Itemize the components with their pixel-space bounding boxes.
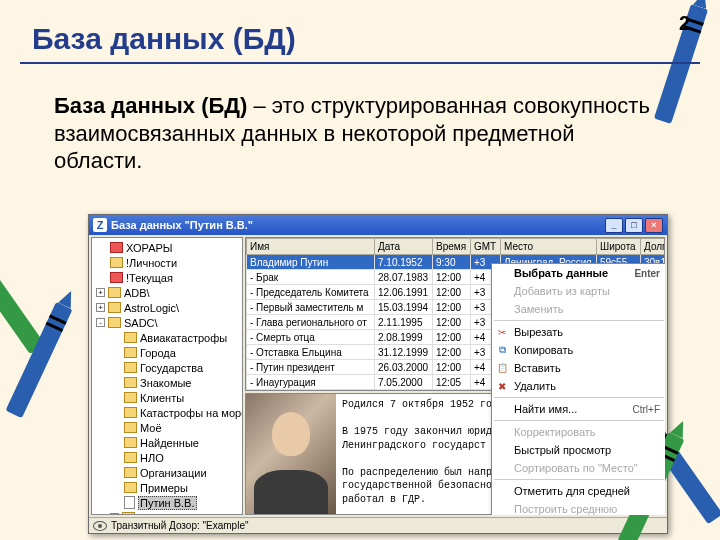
table-cell: 12:00 bbox=[433, 285, 471, 300]
folder-icon bbox=[108, 287, 121, 298]
app-window: Z База данных "Путин В.В." _ □ × ХОРАРЫ!… bbox=[88, 214, 668, 534]
table-cell: 7.10.1952 bbox=[375, 255, 433, 270]
tree-item[interactable]: -SADC\ bbox=[92, 315, 242, 330]
menu-item: Сортировать по "Место" bbox=[492, 459, 665, 477]
expand-toggle[interactable]: + bbox=[110, 513, 119, 515]
tree-item[interactable]: НЛО bbox=[92, 450, 242, 465]
tree-item[interactable]: +AstroLogic\ bbox=[92, 300, 242, 315]
tree-item[interactable]: Авиакатастрофы bbox=[92, 330, 242, 345]
expand-toggle[interactable]: - bbox=[96, 318, 105, 327]
tree-item[interactable]: Клиенты bbox=[92, 390, 242, 405]
menu-item[interactable]: Вставить bbox=[492, 359, 665, 377]
table-cell: - Брак bbox=[247, 270, 375, 285]
folder-icon bbox=[124, 437, 137, 448]
biography-text: Родился 7 октября 1952 го В 1975 году за… bbox=[336, 394, 498, 514]
menu-item[interactable]: Выбрать данныеEnter bbox=[492, 264, 665, 282]
tree-item[interactable]: Катастрофы на море bbox=[92, 405, 242, 420]
tree-view[interactable]: ХОРАРЫ!Личности!Текущая+ADB\+AstroLogic\… bbox=[91, 237, 243, 515]
close-button[interactable]: × bbox=[645, 218, 663, 233]
tree-item[interactable]: Моё bbox=[92, 420, 242, 435]
menu-shortcut: Ctrl+F bbox=[633, 404, 661, 415]
menu-item[interactable]: Вырезать bbox=[492, 323, 665, 341]
column-header[interactable]: Дата bbox=[375, 239, 433, 255]
tree-item-label: Знакомые bbox=[140, 377, 191, 389]
menu-item[interactable]: Найти имя...Ctrl+F bbox=[492, 400, 665, 418]
folder-icon bbox=[124, 452, 137, 463]
menu-item: Заменить bbox=[492, 300, 665, 318]
column-header[interactable]: Имя bbox=[247, 239, 375, 255]
menu-item: Корректировать bbox=[492, 423, 665, 441]
folder-icon bbox=[124, 422, 137, 433]
tree-item[interactable]: Примеры bbox=[92, 480, 242, 495]
folder-icon bbox=[124, 332, 137, 343]
tree-item[interactable]: !Текущая bbox=[92, 270, 242, 285]
tree-item-label: !Личности bbox=[126, 257, 177, 269]
document-icon bbox=[124, 496, 135, 509]
tree-item[interactable]: Найденные bbox=[92, 435, 242, 450]
tree-item[interactable]: +ADB\ bbox=[92, 285, 242, 300]
page-number: 2 bbox=[679, 12, 690, 35]
menu-item[interactable]: Удалить bbox=[492, 377, 665, 395]
folder-icon bbox=[110, 257, 123, 268]
tree-item-label: SADC\ bbox=[124, 317, 158, 329]
table-cell: 12:00 bbox=[433, 330, 471, 345]
menu-item[interactable]: Отметить для средней bbox=[492, 482, 665, 500]
table-cell: - Отставка Ельцина bbox=[247, 345, 375, 360]
slide-title: База данных (БД) bbox=[32, 22, 296, 56]
tree-item-label: НЛО bbox=[140, 452, 164, 464]
folder-icon bbox=[124, 362, 137, 373]
table-cell: 2.08.1999 bbox=[375, 330, 433, 345]
eye-icon bbox=[93, 521, 107, 531]
tree-item-label: Путин В.В. bbox=[138, 496, 197, 510]
menu-item-label: Найти имя... bbox=[514, 403, 577, 415]
status-text: Транзитный Дозор: "Example" bbox=[111, 520, 249, 531]
minimize-button[interactable]: _ bbox=[605, 218, 623, 233]
app-icon: Z bbox=[93, 218, 107, 232]
tree-item-label: Примеры bbox=[140, 482, 188, 494]
context-menu[interactable]: Выбрать данныеEnterДобавить из картыЗаме… bbox=[491, 263, 665, 515]
column-header[interactable]: GMT bbox=[471, 239, 501, 255]
menu-item-label: Вырезать bbox=[514, 326, 563, 338]
folder-icon bbox=[108, 317, 121, 328]
expand-toggle[interactable]: + bbox=[96, 288, 105, 297]
tree-item[interactable]: Путин В.В. bbox=[92, 495, 242, 510]
table-cell: 12.06.1991 bbox=[375, 285, 433, 300]
tree-item[interactable]: Города bbox=[92, 345, 242, 360]
table-cell: - Путин президент bbox=[247, 360, 375, 375]
tree-item-label: Найденные bbox=[140, 437, 199, 449]
menu-item: Построить среднюю bbox=[492, 500, 665, 515]
column-header[interactable]: Время bbox=[433, 239, 471, 255]
column-header[interactable]: Место bbox=[501, 239, 597, 255]
window-title: База данных "Путин В.В." bbox=[111, 219, 253, 231]
table-cell: 12:00 bbox=[433, 270, 471, 285]
tree-item[interactable]: Государства bbox=[92, 360, 242, 375]
tree-item-label: Города bbox=[140, 347, 176, 359]
folder-icon bbox=[124, 467, 137, 478]
menu-item-label: Выбрать данные bbox=[514, 267, 608, 279]
menu-item-label: Копировать bbox=[514, 344, 573, 356]
table-cell: 12:00 bbox=[433, 300, 471, 315]
tree-item[interactable]: Знакомые bbox=[92, 375, 242, 390]
paste-icon bbox=[495, 361, 509, 375]
menu-item-label: Добавить из карты bbox=[514, 285, 610, 297]
maximize-button[interactable]: □ bbox=[625, 218, 643, 233]
column-header[interactable]: Широта bbox=[597, 239, 641, 255]
column-header[interactable]: Долгота bbox=[641, 239, 666, 255]
expand-toggle[interactable]: + bbox=[96, 303, 105, 312]
tree-item[interactable]: +Разное\ bbox=[92, 510, 242, 515]
folder-icon bbox=[108, 302, 121, 313]
table-cell: 12:05 bbox=[433, 375, 471, 390]
tree-item-label: !Текущая bbox=[126, 272, 173, 284]
menu-item[interactable]: Копировать bbox=[492, 341, 665, 359]
definition-bold: База данных (БД) bbox=[54, 93, 247, 118]
table-cell: 12:00 bbox=[433, 345, 471, 360]
tree-item-label: Организации bbox=[140, 467, 207, 479]
menu-item[interactable]: Быстрый просмотр bbox=[492, 441, 665, 459]
tree-item-label: Разное\ bbox=[138, 512, 177, 516]
menu-item-label: Быстрый просмотр bbox=[514, 444, 611, 456]
tree-item[interactable]: Организации bbox=[92, 465, 242, 480]
tree-item[interactable]: !Личности bbox=[92, 255, 242, 270]
window-titlebar[interactable]: Z База данных "Путин В.В." _ □ × bbox=[89, 215, 667, 235]
table-cell: 7.05.2000 bbox=[375, 375, 433, 390]
tree-item[interactable]: ХОРАРЫ bbox=[92, 240, 242, 255]
